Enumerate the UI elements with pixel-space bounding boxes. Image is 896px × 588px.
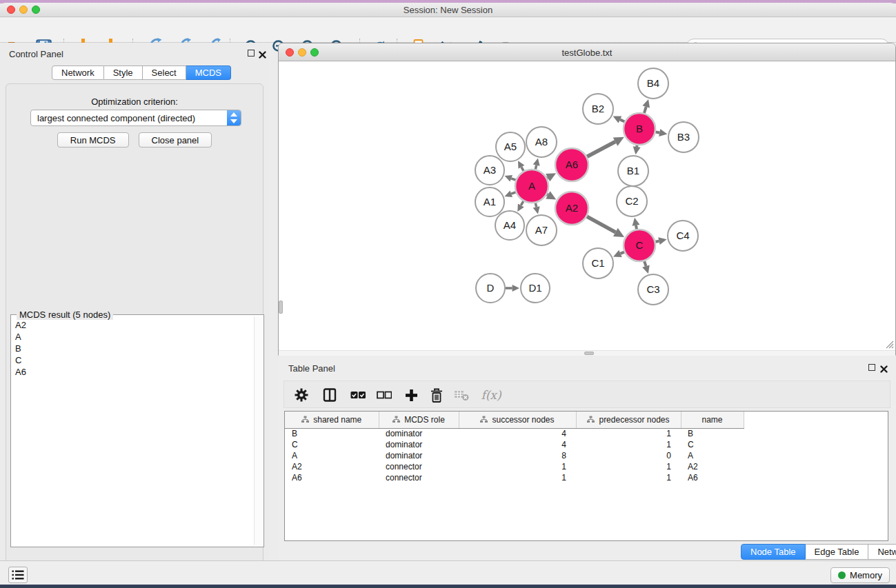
edge-A-A5[interactable] <box>521 167 524 171</box>
network-view-window: testGlobe.txt B4B2BB3A8A5A6A3B1AA1C2A2A4… <box>278 43 896 356</box>
column-browser-icon[interactable] <box>321 387 338 403</box>
table-header-row[interactable]: shared nameMCDS rolesuccessor nodesprede… <box>285 412 888 428</box>
table-cell[interactable]: connector <box>379 472 459 483</box>
close-panel-button[interactable]: Close panel <box>139 132 212 148</box>
tab-network-table[interactable]: Network Table <box>868 544 896 560</box>
function-builder-icon[interactable]: f(x) <box>479 387 503 403</box>
table-cell[interactable]: 4 <box>459 439 576 450</box>
edge-A-A1[interactable] <box>511 192 515 194</box>
result-item[interactable]: A <box>12 331 253 343</box>
table-tabs: Node TableEdge TableNetwork TableMotifs <box>741 544 896 560</box>
arrowhead-B-B1 <box>633 146 641 154</box>
memory-button[interactable]: Memory <box>830 567 890 583</box>
network-canvas[interactable]: B4B2BB3A8A5A6A3B1AA1C2A2A4A7C4CC1C3DD1 <box>279 61 895 356</box>
gear-icon[interactable] <box>293 387 310 403</box>
tab-select[interactable]: Select <box>143 65 186 80</box>
mcds-tab-content: Optimization criterion: largest connecte… <box>6 83 263 588</box>
edge-B-B2[interactable] <box>620 119 625 121</box>
table-cell[interactable]: dominator <box>379 428 459 439</box>
table-cell[interactable]: A6 <box>285 472 379 483</box>
tab-edge-table[interactable]: Edge Table <box>806 544 869 560</box>
table-cell[interactable]: 1 <box>576 428 681 439</box>
delete-icon[interactable] <box>428 387 445 403</box>
close-panel-icon[interactable] <box>259 49 266 61</box>
table-cell[interactable]: 0 <box>576 450 681 461</box>
node-label-A2: A2 <box>566 202 578 214</box>
table-cell-filler <box>744 439 888 450</box>
vertical-scrollbar-thumb[interactable] <box>279 301 283 314</box>
edge-B-B4[interactable] <box>644 107 646 113</box>
result-item[interactable]: B <box>12 343 253 354</box>
column-header-mcds-role[interactable]: MCDS role <box>379 412 459 428</box>
deselect-all-icon[interactable] <box>376 387 392 403</box>
close-panel-icon[interactable] <box>880 363 888 376</box>
edge-A2-C[interactable] <box>587 216 615 232</box>
result-scrollbar[interactable] <box>254 316 263 545</box>
edge-C-C1[interactable] <box>620 252 624 254</box>
table-cell[interactable]: 4 <box>459 428 576 439</box>
edge-C-C3[interactable] <box>644 261 646 266</box>
edge-B-B3[interactable] <box>656 132 660 132</box>
main-toolbar <box>0 17 896 43</box>
tab-network[interactable]: Network <box>52 65 104 80</box>
table-cell[interactable]: A2 <box>681 461 744 472</box>
result-item[interactable]: A6 <box>12 366 253 378</box>
application-window: Session: New Session <box>0 0 896 588</box>
network-graph[interactable]: B4B2BB3A8A5A6A3B1AA1C2A2A4A7C4CC1C3DD1 <box>279 61 895 350</box>
table-row[interactable]: A6connector11A6 <box>285 472 888 483</box>
float-panel-icon[interactable] <box>248 50 255 57</box>
edge-A-A4[interactable] <box>521 201 523 205</box>
column-header-name[interactable]: name <box>681 412 744 428</box>
result-item[interactable]: A2 <box>12 319 253 331</box>
column-header-successor-nodes[interactable]: successor nodes <box>459 412 576 428</box>
table-cell[interactable]: 1 <box>459 461 576 472</box>
table-cell[interactable]: C <box>681 439 744 450</box>
select-all-icon[interactable] <box>350 387 366 403</box>
table-cell[interactable]: 8 <box>459 450 576 461</box>
tab-mcds[interactable]: MCDS <box>186 65 231 80</box>
table-toolbar: f(x) <box>283 381 890 408</box>
tab-style[interactable]: Style <box>104 65 143 80</box>
column-header-shared-name[interactable]: shared name <box>285 412 379 428</box>
edge-C-C2[interactable] <box>636 225 637 229</box>
resize-grip-icon[interactable] <box>885 339 894 348</box>
table-panel: Table Panel <box>278 357 896 560</box>
table-cell[interactable]: 1 <box>576 472 681 483</box>
run-mcds-button[interactable]: Run MCDS <box>57 132 129 148</box>
horizontal-scrollbar-thumb[interactable] <box>584 352 594 355</box>
node-label-A1: A1 <box>484 196 496 207</box>
table-cell[interactable]: dominator <box>379 439 459 450</box>
table-cell[interactable]: A6 <box>681 472 744 483</box>
criterion-dropdown[interactable]: largest connected component (directed) <box>30 110 241 126</box>
edge-C-C4[interactable] <box>655 241 659 242</box>
table-cell[interactable]: 1 <box>459 472 576 483</box>
horizontal-scrollbar[interactable] <box>279 350 895 356</box>
delete-table-icon[interactable] <box>453 387 470 403</box>
add-column-icon[interactable] <box>403 387 419 403</box>
table-cell[interactable]: B <box>285 428 379 439</box>
table-cell[interactable]: A <box>681 450 744 461</box>
table-row[interactable]: Cdominator41C <box>285 439 888 450</box>
table-cell[interactable]: C <box>285 439 379 450</box>
table-cell[interactable]: A <box>285 450 379 461</box>
table-cell-filler <box>744 461 888 472</box>
edge-A-A3[interactable] <box>511 179 515 180</box>
edge-A-A8[interactable] <box>535 165 536 170</box>
column-header-predecessor-nodes[interactable]: predecessor nodes <box>576 412 681 428</box>
memory-status-icon <box>838 571 846 579</box>
table-cell[interactable]: connector <box>379 461 459 472</box>
table-row[interactable]: Adominator80A <box>285 450 888 461</box>
float-panel-icon[interactable] <box>868 364 875 371</box>
tab-node-table[interactable]: Node Table <box>741 544 806 560</box>
table-row[interactable]: A2connector11A2 <box>285 461 888 472</box>
table-cell[interactable]: 1 <box>576 439 681 450</box>
table-cell[interactable]: 1 <box>576 461 681 472</box>
edge-A6-B[interactable] <box>587 142 615 157</box>
table-row[interactable]: Bdominator41B <box>285 428 888 439</box>
edge-A-A7[interactable] <box>535 203 536 207</box>
result-item[interactable]: C <box>12 354 253 366</box>
table-cell[interactable]: dominator <box>379 450 459 461</box>
task-history-button[interactable] <box>8 567 28 583</box>
table-cell[interactable]: B <box>681 428 744 439</box>
table-cell[interactable]: A2 <box>285 461 379 472</box>
